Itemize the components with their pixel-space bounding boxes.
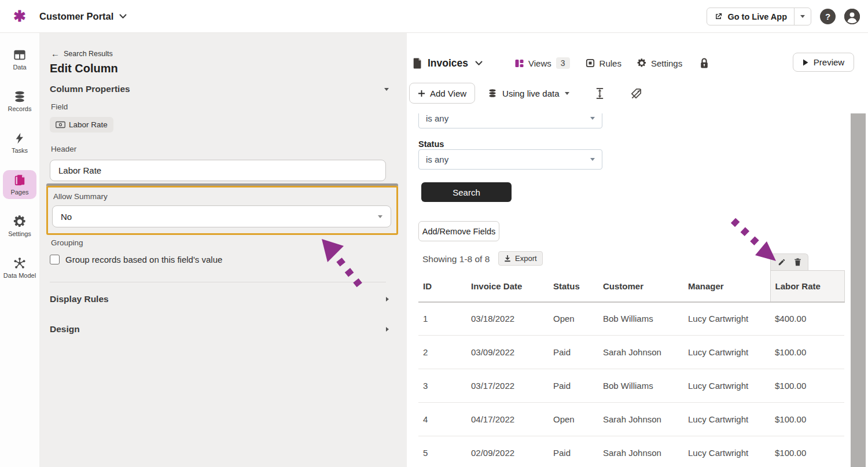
table-cell: 02/09/2022 [466, 436, 549, 467]
allow-summary-select[interactable]: No [52, 205, 391, 227]
go-to-live-app-caret[interactable] [794, 8, 811, 25]
allow-summary-label: Allow Summary [53, 192, 108, 201]
table-cell: $400.00 [770, 302, 844, 336]
table-cell: 4 [418, 403, 466, 436]
tab-rules-label: Rules [599, 58, 621, 68]
preview-button[interactable]: Preview [793, 53, 854, 72]
table-cell: 5 [418, 436, 466, 467]
account-button[interactable] [844, 9, 860, 24]
column-header[interactable]: Labor Rate [770, 271, 844, 302]
views-icon [515, 59, 524, 68]
header-input[interactable] [50, 160, 386, 181]
table-cell: Bob Williams [598, 302, 683, 336]
sidebar-item-pages[interactable]: Pages [3, 170, 36, 199]
back-link-label: Search Results [64, 50, 113, 58]
delete-trash-icon[interactable] [794, 258, 801, 266]
table-cell: Open [549, 302, 598, 336]
page-title: Invoices [428, 57, 468, 69]
chevron-down-icon [119, 14, 127, 19]
tab-settings[interactable]: Settings [637, 58, 682, 68]
currency-icon [56, 121, 65, 128]
caret-down-icon [590, 117, 595, 120]
table-cell: 3 [418, 369, 466, 403]
page-content: is any Status is any Search Add/Remove F… [407, 113, 852, 467]
tab-views[interactable]: Views 3 [515, 57, 570, 69]
vertical-scrollbar[interactable] [851, 113, 866, 467]
add-view-label: Add View [430, 89, 466, 98]
caret-down-icon [378, 215, 382, 218]
lock-icon [700, 57, 709, 69]
table-cell: $100.00 [770, 436, 844, 467]
search-button[interactable]: Search [421, 182, 512, 202]
section-design[interactable]: Design [50, 324, 389, 334]
table-cell: 03/17/2022 [466, 369, 549, 403]
sidebar-item-settings[interactable]: Settings [3, 212, 36, 241]
sidebar-item-data-model[interactable]: Data Model [3, 253, 36, 282]
column-actions-toolbar [770, 253, 808, 270]
app-window: ✱ Customer Portal Go to Live App ? [0, 0, 868, 467]
table-row: 404/17/2022OpenSarah JohnsonLucy Cartwri… [418, 403, 844, 436]
go-to-live-app-button[interactable]: Go to Live App [707, 8, 794, 25]
sidebar-item-label: Data Model [3, 272, 36, 279]
invoices-table: IDInvoice DateStatusCustomerManagerLabor… [418, 270, 845, 467]
sidebar-item-tasks[interactable]: Tasks [3, 128, 36, 157]
table-cell: Sarah Johnson [598, 336, 683, 369]
filter-field-select[interactable]: is any [418, 113, 602, 128]
sidebar-item-records[interactable]: Records [3, 87, 36, 116]
database-icon [488, 89, 497, 98]
preview-label: Preview [814, 57, 844, 67]
sidebar-item-label: Records [8, 105, 32, 112]
add-view-button[interactable]: Add View [409, 83, 475, 104]
status-filter-select[interactable]: is any [418, 149, 602, 170]
caret-right-icon [386, 327, 389, 332]
download-icon [504, 255, 511, 262]
caret-down-icon [565, 92, 569, 95]
table-cell: 03/18/2022 [466, 302, 549, 336]
go-to-live-app-label: Go to Live App [727, 12, 787, 21]
tab-rules[interactable]: Rules [586, 58, 621, 68]
section-display-rules[interactable]: Display Rules [50, 294, 389, 304]
help-button[interactable]: ? [820, 9, 836, 24]
tab-views-label: Views [528, 58, 551, 68]
chevron-down-icon[interactable] [475, 61, 483, 66]
column-header[interactable]: ID [418, 271, 466, 302]
record-count-text: Showing 1-8 of 8 [422, 254, 490, 264]
top-bar: ✱ Customer Portal Go to Live App ? [0, 0, 868, 33]
database-icon [13, 90, 26, 103]
table-cell: $100.00 [770, 336, 844, 369]
status-filter-label: Status [418, 139, 444, 149]
question-mark-icon: ? [825, 12, 830, 21]
header-label: Header [51, 145, 76, 153]
grouping-checkbox[interactable] [50, 255, 60, 264]
table-header-row: IDInvoice DateStatusCustomerManagerLabor… [418, 271, 844, 302]
gear-icon [637, 58, 646, 68]
table-cell: 1 [418, 302, 466, 336]
allow-summary-value: No [61, 212, 72, 222]
column-header[interactable]: Status [549, 271, 598, 302]
column-header[interactable]: Manager [683, 271, 770, 302]
add-remove-fields-button[interactable]: Add/Remove Fields [418, 221, 499, 241]
sidebar-item-label: Data [13, 64, 26, 71]
column-header[interactable]: Customer [598, 271, 683, 302]
views-count-badge: 3 [556, 57, 570, 69]
column-header[interactable]: Invoice Date [466, 271, 549, 302]
section-column-properties[interactable]: Column Properties [50, 84, 389, 94]
back-to-search-results-link[interactable]: ← Search Results [51, 49, 113, 58]
plus-icon [418, 90, 425, 97]
table-cell: Sarah Johnson [598, 436, 683, 467]
table-cell: Lucy Cartwright [683, 436, 770, 467]
left-rail: Data Records Tasks Pages [0, 33, 39, 467]
sidebar-item-data[interactable]: Data [3, 45, 36, 74]
tab-settings-label: Settings [651, 58, 682, 68]
live-data-dropdown[interactable]: Using live data [488, 89, 569, 98]
sidebar-item-label: Pages [10, 189, 28, 196]
app-switcher[interactable]: Customer Portal [39, 11, 127, 22]
clear-styles-button[interactable] [630, 87, 642, 100]
export-button[interactable]: Export [498, 251, 543, 266]
row-height-button[interactable] [595, 87, 605, 100]
edit-pencil-icon[interactable] [778, 258, 786, 266]
brand-logo[interactable]: ✱ [0, 9, 39, 24]
table-cell: Bob Williams [598, 369, 683, 403]
annotation-arrow-allow-summary [314, 233, 372, 294]
sidebar-item-label: Tasks [12, 147, 28, 154]
